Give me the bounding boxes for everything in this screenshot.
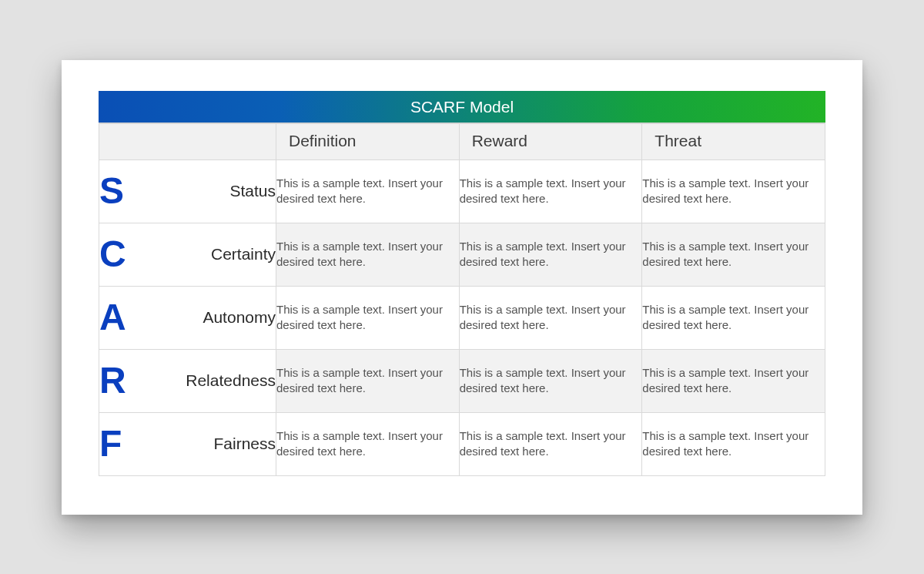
table-row: R Relatedness This is a sample text. Ins… [99, 349, 825, 412]
acronym-word: Relatedness [186, 371, 276, 390]
cell-definition: This is a sample text. Insert your desir… [276, 349, 460, 412]
cell-threat: This is a sample text. Insert your desir… [642, 159, 825, 223]
cell-threat: This is a sample text. Insert your desir… [642, 223, 825, 286]
cell-reward: This is a sample text. Insert your desir… [459, 223, 642, 286]
model-title-bar: SCARF Model [99, 91, 825, 123]
cell-definition: This is a sample text. Insert your desir… [276, 223, 460, 286]
acronym-word: Certainty [211, 245, 276, 264]
row-label-cell: F Fairness [99, 412, 276, 475]
cell-definition: This is a sample text. Insert your desir… [276, 412, 460, 475]
header-reward: Reward [459, 123, 642, 159]
table-row: C Certainty This is a sample text. Inser… [99, 223, 825, 286]
acronym-letter: A [99, 299, 126, 336]
table-row: F Fairness This is a sample text. Insert… [99, 412, 825, 475]
acronym-word: Status [229, 182, 276, 200]
table-header-row: Definition Reward Threat [99, 123, 825, 159]
cell-threat: This is a sample text. Insert your desir… [642, 286, 825, 349]
table-row: S Status This is a sample text. Insert y… [99, 159, 825, 223]
acronym-word: Fairness [213, 435, 276, 453]
acronym-letter: C [99, 236, 126, 273]
cell-threat: This is a sample text. Insert your desir… [642, 349, 825, 412]
header-threat: Threat [642, 123, 825, 159]
cell-reward: This is a sample text. Insert your desir… [459, 412, 642, 475]
slide: SCARF Model Definition Reward Threat [62, 60, 862, 515]
row-label-cell: S Status [99, 159, 276, 223]
header-empty [99, 123, 276, 159]
row-label-cell: R Relatedness [99, 349, 276, 412]
cell-reward: This is a sample text. Insert your desir… [459, 286, 642, 349]
acronym-letter: R [99, 362, 126, 399]
acronym-letter: S [99, 173, 124, 210]
cell-definition: This is a sample text. Insert your desir… [276, 159, 460, 223]
scarf-table: Definition Reward Threat S Status This i… [99, 123, 825, 476]
acronym-letter: F [99, 425, 122, 462]
cell-reward: This is a sample text. Insert your desir… [459, 159, 642, 223]
cell-threat: This is a sample text. Insert your desir… [642, 412, 825, 475]
cell-definition: This is a sample text. Insert your desir… [276, 286, 460, 349]
acronym-word: Autonomy [203, 308, 276, 327]
header-definition: Definition [276, 123, 460, 159]
row-label-cell: A Autonomy [99, 286, 276, 349]
row-label-cell: C Certainty [99, 223, 276, 286]
cell-reward: This is a sample text. Insert your desir… [459, 349, 642, 412]
canvas: SCARF Model Definition Reward Threat [0, 0, 924, 574]
table-row: A Autonomy This is a sample text. Insert… [99, 286, 825, 349]
